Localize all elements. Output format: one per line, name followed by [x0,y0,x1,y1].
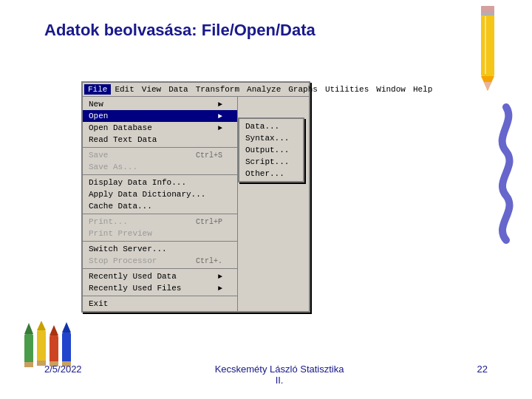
menu-item-print-shortcut: Ctrl+P [196,218,222,226]
menu-item-recent-files-label: Recently Used Files [89,284,181,293]
menu-item-save-shortcut: Ctrl+S [196,151,222,160]
menu-item-exit-label: Exit [89,299,108,308]
menu-item-save-label: Save [89,151,108,160]
menu-item-recent-data-label: Recently Used Data [89,272,177,281]
menu-item-stop-processor-label: Stop Processor [89,256,157,265]
open-submenu: Data... Syntax... Output... Script... Ot… [238,117,304,183]
footer-center-line2: II. [276,375,284,386]
menu-item-stop-shortcut: Ctrl+. [196,257,222,265]
open-submenu-syntax-label: Syntax... [245,134,289,143]
menu-item-save-as[interactable]: Save As... [83,161,237,173]
svg-rect-8 [24,362,33,367]
menu-item-open-database-label: Open Database [89,123,152,132]
menubar-data[interactable]: Data [165,84,191,95]
menubar-view[interactable]: View [138,84,165,95]
menu-item-apply-data-label: Apply Data Dictionary... [89,190,205,199]
footer-page-number: 22 [477,364,488,386]
menu-item-open-database-arrow: ► [218,124,222,132]
menubar-file[interactable]: File [84,84,111,95]
menu-item-save[interactable]: Save Ctrl+S [83,147,237,161]
menu-item-read-text[interactable]: Read Text Data [83,134,237,146]
menubar-analyze[interactable]: Analyze [243,84,284,95]
menu-item-print-preview[interactable]: Print Preview [83,228,237,239]
footer-center-line1: Kecskeméty László Statisztika [215,364,344,375]
menu-item-read-text-label: Read Text Data [89,135,157,144]
menu-item-open[interactable]: Open ► [83,110,237,122]
squiggle-decoration-r [490,103,523,251]
svg-marker-16 [62,322,71,332]
menu-item-open-arrow: ► [218,112,222,120]
menu-item-print-preview-label: Print Preview [89,229,152,238]
menu-item-switch-server-label: Switch Server... [89,245,167,253]
pencil-decoration-tr [468,6,508,102]
open-submenu-data-label: Data... [245,122,279,131]
svg-marker-2 [484,82,491,91]
dropdown-area: New ► Open ► Open Database ► Read Text D… [83,97,309,311]
menubar-utilities[interactable]: Utilities [321,84,372,95]
menu-item-recent-files-arrow: ► [218,284,222,293]
menu-item-recent-files[interactable]: Recently Used Files ► [83,282,237,294]
svg-marker-13 [50,325,58,335]
menu-item-save-as-label: Save As... [89,163,137,171]
file-menu: New ► Open ► Open Database ► Read Text D… [83,97,238,311]
menubar-window[interactable]: Window [372,84,409,95]
open-submenu-syntax[interactable]: Syntax... [239,132,303,144]
menu-item-recent-data-arrow: ► [218,273,222,281]
svg-marker-7 [24,323,33,334]
svg-rect-9 [37,330,46,366]
open-submenu-other-label: Other... [245,169,284,178]
open-submenu-output-label: Output... [245,146,289,154]
footer-center: Kecskeméty László Statisztika II. [215,364,344,386]
menu-item-exit[interactable]: Exit [83,296,237,310]
menu-item-cache-data-label: Cache Data... [89,202,152,211]
menu-item-stop-processor[interactable]: Stop Processor Ctrl+. [83,255,237,267]
menubar-transform[interactable]: Transform [192,84,243,95]
open-submenu-data[interactable]: Data... [239,120,303,132]
svg-marker-10 [37,321,46,330]
menu-item-switch-server[interactable]: Switch Server... [83,241,237,255]
menubar-graphs[interactable]: Graphs [284,84,321,95]
menu-item-new-label: New [89,100,103,109]
menu-item-recent-data[interactable]: Recently Used Data ► [83,268,237,282]
menu-item-display-data[interactable]: Display Data Info... [83,174,237,188]
svg-rect-3 [481,6,494,13]
footer-bar: 2/5/2022 Kecskeméty László Statisztika I… [44,364,488,386]
svg-rect-0 [481,10,494,76]
menu-item-cache-data[interactable]: Cache Data... [83,200,237,212]
open-submenu-script-label: Script... [245,157,289,166]
footer-date: 2/5/2022 [44,364,82,386]
menubar-edit[interactable]: Edit [111,84,137,95]
open-submenu-script[interactable]: Script... [239,156,303,168]
menubar: File Edit View Data Transform Analyze Gr… [83,83,309,97]
menubar-help[interactable]: Help [409,84,436,95]
menu-item-open-database[interactable]: Open Database ► [83,122,237,134]
svg-rect-4 [481,13,494,16]
page-title: Adatok beolvasása: File/Open/Data [44,21,316,40]
menu-item-display-data-label: Display Data Info... [89,178,186,187]
open-submenu-output[interactable]: Output... [239,144,303,156]
menu-item-print[interactable]: Print... Ctrl+P [83,214,237,228]
menu-item-new[interactable]: New ► [83,98,237,110]
menu-window: File Edit View Data Transform Analyze Gr… [81,81,310,313]
menu-item-new-arrow: ► [218,100,222,109]
menu-item-print-label: Print... [89,217,128,226]
open-submenu-other[interactable]: Other... [239,168,303,180]
menu-item-apply-data[interactable]: Apply Data Dictionary... [83,188,237,200]
menu-item-open-label: Open [89,112,108,120]
